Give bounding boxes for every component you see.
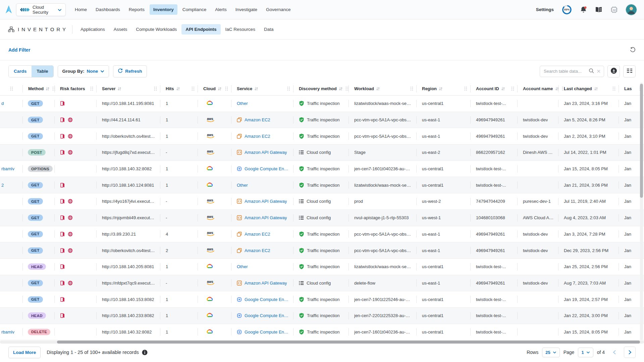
- refresh-button[interactable]: Refresh: [113, 65, 147, 77]
- service-link[interactable]: Other: [237, 101, 248, 106]
- drag-handle-icon[interactable]: [189, 86, 195, 91]
- sort-icon[interactable]: [376, 87, 380, 91]
- door-risk-icon[interactable]: [60, 134, 65, 139]
- column-header-cloud[interactable]: Cloud: [198, 82, 231, 95]
- endpoint-link[interactable]: 2: [0, 177, 23, 193]
- column-header-region[interactable]: Region: [417, 82, 471, 95]
- endpoint-link[interactable]: [0, 226, 23, 242]
- table-row[interactable]: HEADhttp://10.188.140.205:80811OtherTraf…: [0, 259, 644, 275]
- tab-data[interactable]: Data: [260, 24, 278, 35]
- sort-icon[interactable]: [46, 87, 50, 91]
- door-risk-icon[interactable]: [60, 117, 65, 122]
- table-row[interactable]: POSThttps://jfugd8q7xd.execute-ap...-aws…: [0, 144, 644, 161]
- nav-item-home[interactable]: Home: [71, 4, 91, 15]
- drag-handle-icon[interactable]: [151, 86, 157, 91]
- door-risk-icon[interactable]: [60, 199, 65, 204]
- drag-handle-icon[interactable]: [408, 86, 413, 91]
- search-input[interactable]: [544, 69, 586, 74]
- table-row[interactable]: GEThttp://10.188.140.153:80821Google Com…: [0, 291, 644, 308]
- column-header-workload[interactable]: Workload: [349, 82, 417, 95]
- column-header-service[interactable]: Service: [231, 82, 293, 95]
- table-row[interactable]: GEThttps://nfdpxt7qc9.execute-ap...-awsA…: [0, 275, 644, 292]
- table-row[interactable]: GEThttp://3.89.230.214awsAmazon EC2Traff…: [0, 226, 644, 243]
- service-link[interactable]: Amazon API Gateway: [245, 150, 287, 155]
- ai-assistant-chip-icon[interactable]: AI: [610, 6, 618, 13]
- service-link[interactable]: Amazon EC2: [245, 248, 270, 253]
- table-row[interactable]: HEADhttp://10.188.140.233:80821Google Co…: [0, 308, 644, 324]
- table-row[interactable]: GEThttps://njqvmbii49.execute-ap...-awsA…: [0, 210, 644, 226]
- group-by-dropdown[interactable]: Group By: None: [58, 65, 109, 77]
- table-row[interactable]: GEThttp://oberkovitch.os4test.twi...2aws…: [0, 242, 644, 259]
- drag-handle-icon[interactable]: [284, 86, 290, 91]
- view-option-table[interactable]: Table: [32, 66, 53, 77]
- sort-icon[interactable]: [439, 87, 443, 91]
- next-page-button[interactable]: [624, 347, 636, 358]
- view-option-cards[interactable]: Cards: [9, 66, 32, 77]
- service-link[interactable]: Amazon API Gateway: [245, 215, 287, 220]
- endpoint-link[interactable]: d: [0, 96, 23, 112]
- drag-handle-icon[interactable]: [610, 86, 615, 91]
- endpoint-link[interactable]: [0, 128, 23, 144]
- search-icon[interactable]: [589, 68, 594, 75]
- add-filter-button[interactable]: Add Filter: [8, 47, 30, 53]
- door-risk-icon[interactable]: [60, 248, 65, 253]
- notifications-bell-icon[interactable]: [580, 6, 587, 13]
- nav-item-alerts[interactable]: Alerts: [211, 4, 230, 15]
- tab-api-endpoints[interactable]: API Endpoints: [181, 24, 220, 35]
- drag-handle-icon[interactable]: [222, 86, 228, 91]
- service-link[interactable]: Amazon EC2: [245, 134, 270, 139]
- table-row[interactable]: GEThttps://4yo167j4vi.execute-ap...-awsA…: [0, 193, 644, 210]
- user-avatar[interactable]: [626, 4, 637, 15]
- vertical-scrollbar-thumb[interactable]: [640, 84, 643, 198]
- globe-risk-icon[interactable]: [68, 117, 73, 122]
- sort-icon[interactable]: [254, 87, 258, 91]
- nav-item-governance[interactable]: Governance: [262, 4, 294, 15]
- column-header-last-changed[interactable]: Last changed: [558, 82, 619, 95]
- drag-handle-icon[interactable]: [10, 86, 13, 91]
- globe-risk-icon[interactable]: [68, 281, 73, 286]
- clear-search-icon[interactable]: ✕: [596, 69, 601, 74]
- door-risk-icon[interactable]: [60, 215, 65, 220]
- endpoint-link[interactable]: [0, 112, 23, 128]
- globe-risk-icon[interactable]: [68, 232, 73, 237]
- tab-iac-resources[interactable]: IaC Resources: [221, 24, 259, 35]
- nav-item-dashboards[interactable]: Dashboards: [92, 4, 124, 15]
- service-link[interactable]: Google Compute Engine: [245, 166, 289, 171]
- column-header-account-id[interactable]: Account ID: [471, 82, 518, 95]
- service-link[interactable]: Amazon EC2: [245, 117, 270, 122]
- table-row[interactable]: 2GEThttp://10.188.140.124:80811OtherTraf…: [0, 177, 644, 193]
- door-risk-icon[interactable]: [60, 101, 65, 106]
- endpoint-link[interactable]: [0, 291, 23, 307]
- documentation-book-icon[interactable]: [595, 7, 602, 13]
- settings-button[interactable]: Settings: [536, 7, 554, 12]
- endpoint-link[interactable]: [0, 259, 23, 275]
- sort-icon[interactable]: [117, 87, 121, 91]
- door-risk-icon[interactable]: [60, 150, 65, 155]
- nav-item-investigate[interactable]: Investigate: [232, 4, 261, 15]
- endpoint-link[interactable]: rbamlv: [0, 161, 23, 177]
- column-header-method[interactable]: Method: [23, 82, 55, 95]
- endpoint-link[interactable]: [0, 193, 23, 209]
- sort-icon[interactable]: [501, 87, 505, 91]
- table-row[interactable]: GEThttp://44.214.114.611awsAmazon EC2Tra…: [0, 112, 644, 128]
- service-link[interactable]: Amazon API Gateway: [245, 199, 287, 204]
- door-risk-icon[interactable]: [60, 313, 65, 318]
- service-link[interactable]: Google Compute Engine: [245, 313, 289, 318]
- column-header-hits[interactable]: Hits: [160, 82, 198, 95]
- table-row[interactable]: dGEThttp://10.188.141.195:80811OtherTraf…: [0, 96, 644, 112]
- nav-item-reports[interactable]: Reports: [125, 4, 148, 15]
- endpoint-link[interactable]: rbamlv: [0, 324, 23, 340]
- tab-applications[interactable]: Applications: [76, 24, 109, 35]
- vertical-scrollbar[interactable]: [640, 82, 643, 340]
- table-row[interactable]: GEThttp://oberkovitch.os4test.twi...1aws…: [0, 128, 644, 144]
- info-icon[interactable]: [142, 350, 148, 355]
- nav-item-inventory[interactable]: Inventory: [150, 4, 177, 15]
- service-link[interactable]: Google Compute Engine: [245, 329, 289, 335]
- service-link[interactable]: Other: [237, 264, 248, 269]
- globe-risk-icon[interactable]: [68, 215, 73, 220]
- tab-compute-workloads[interactable]: Compute Workloads: [132, 24, 181, 35]
- service-link[interactable]: Other: [237, 183, 248, 188]
- door-risk-icon[interactable]: [60, 232, 65, 237]
- service-link[interactable]: Google Compute Engine: [245, 297, 289, 302]
- horizontal-scrollbar[interactable]: [0, 341, 644, 344]
